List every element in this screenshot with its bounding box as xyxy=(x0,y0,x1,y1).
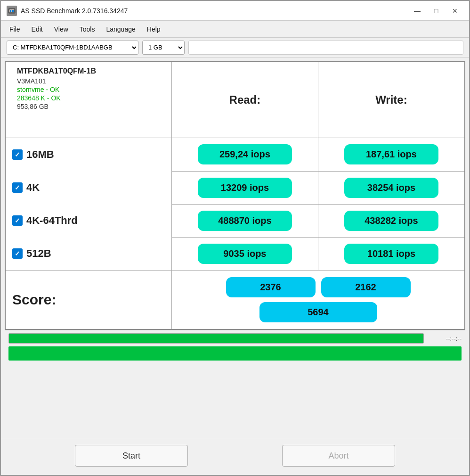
test-row-512b: 512B 9035 iops 10181 iops xyxy=(5,237,465,271)
svg-rect-2 xyxy=(10,10,11,12)
test-name-4k64: 4K-64Thrd xyxy=(26,214,78,227)
drive-size: 953,86 GB xyxy=(17,103,166,110)
test-label-4k: 4K xyxy=(6,171,171,204)
drive-select[interactable]: C: MTFDKBA1T0QFM-1BD1AABGB xyxy=(7,41,138,55)
status-bar xyxy=(8,346,462,361)
badge-write-16mb: 187,61 iops xyxy=(344,144,438,164)
menu-tools[interactable]: Tools xyxy=(75,24,100,35)
menu-file[interactable]: File xyxy=(5,24,25,35)
badge-write-512b: 10181 iops xyxy=(344,244,438,264)
test-row-4k: 4K 13209 iops 38254 iops xyxy=(5,171,465,204)
window-title: AS SSD Benchmark 2.0.7316.34247 xyxy=(21,7,409,15)
result-write-16mb: 187,61 iops xyxy=(318,138,465,172)
test-label-16mb: 16MB xyxy=(6,138,171,171)
result-read-4k: 13209 iops xyxy=(172,171,318,204)
result-write-4k: 38254 iops xyxy=(318,171,465,204)
title-bar: AS SSD Benchmark 2.0.7316.34247 — □ ✕ xyxy=(1,1,469,21)
result-read-16mb: 259,24 iops xyxy=(172,138,318,172)
checkbox-16mb[interactable] xyxy=(12,149,23,160)
abort-button[interactable]: Abort xyxy=(282,445,395,467)
header-row: MTFDKBA1T0QFM-1B V3MA101 stornvme - OK 2… xyxy=(5,62,465,138)
menu-edit[interactable]: Edit xyxy=(27,24,48,35)
badge-write-4k64: 438282 iops xyxy=(344,211,438,231)
progress-time: --:--:-- xyxy=(429,335,462,342)
score-write: 2162 xyxy=(321,277,411,297)
progress-bar-fill xyxy=(9,334,423,343)
title-controls: — □ ✕ xyxy=(409,4,463,18)
test-row-16mb: 16MB 259,24 iops 187,61 iops xyxy=(5,138,465,172)
drive-model: MTFDKBA1T0QFM-1B xyxy=(17,67,166,75)
drive-size-ok: 283648 K - OK xyxy=(17,94,166,102)
toolbar-spacer xyxy=(188,41,463,55)
result-read-512b: 9035 iops xyxy=(172,237,318,271)
badge-read-16mb: 259,24 iops xyxy=(198,144,292,164)
checkbox-4k64[interactable] xyxy=(12,215,23,226)
score-read: 2376 xyxy=(226,277,316,297)
drive-info: MTFDKBA1T0QFM-1B V3MA101 stornvme - OK 2… xyxy=(11,62,171,138)
start-button[interactable]: Start xyxy=(75,445,188,467)
app-icon xyxy=(7,6,17,16)
result-read-4k64: 488870 iops xyxy=(172,204,318,237)
progress-bar-container xyxy=(8,333,424,344)
benchmark-table: MTFDKBA1T0QFM-1B V3MA101 stornvme - OK 2… xyxy=(5,61,465,330)
menu-bar: File Edit View Tools Language Help xyxy=(1,21,469,38)
size-select[interactable]: 1 GB xyxy=(142,41,185,55)
main-window: AS SSD Benchmark 2.0.7316.34247 — □ ✕ Fi… xyxy=(0,0,470,476)
checkbox-4k[interactable] xyxy=(12,182,23,193)
drive-driver: stornvme - OK xyxy=(17,86,166,93)
close-button[interactable]: ✕ xyxy=(446,4,463,18)
test-name-4k: 4K xyxy=(26,181,40,194)
badge-read-4k: 13209 iops xyxy=(198,178,292,198)
progress-area: --:--:-- xyxy=(5,330,465,346)
test-row-4k64: 4K-64Thrd 488870 iops 438282 iops xyxy=(5,204,465,237)
write-header: Write: xyxy=(318,62,465,138)
toolbar: C: MTFDKBA1T0QFM-1BD1AABGB 1 GB xyxy=(1,38,469,57)
drive-firmware: V3MA101 xyxy=(17,77,166,85)
badge-read-4k64: 488870 iops xyxy=(198,211,292,231)
test-name-16mb: 16MB xyxy=(26,148,54,161)
checkbox-512b[interactable] xyxy=(12,248,23,259)
minimize-button[interactable]: — xyxy=(409,4,426,18)
test-label-4k64: 4K-64Thrd xyxy=(6,204,171,237)
score-label: Score: xyxy=(12,292,56,307)
read-header: Read: xyxy=(172,62,318,138)
badge-write-4k: 38254 iops xyxy=(344,178,438,198)
menu-language[interactable]: Language xyxy=(101,24,140,35)
result-write-4k64: 438282 iops xyxy=(318,204,465,237)
maximize-button[interactable]: □ xyxy=(428,4,445,18)
test-label-512b: 512B xyxy=(6,237,171,270)
menu-view[interactable]: View xyxy=(49,24,73,35)
menu-help[interactable]: Help xyxy=(142,24,165,35)
main-content: MTFDKBA1T0QFM-1B V3MA101 stornvme - OK 2… xyxy=(1,57,469,439)
bottom-bar: Start Abort xyxy=(1,439,469,475)
score-total: 5694 xyxy=(259,302,377,322)
result-write-512b: 10181 iops xyxy=(318,237,465,271)
score-row: Score: 2376 2162 5694 xyxy=(5,271,465,330)
test-name-512b: 512B xyxy=(26,247,51,260)
svg-rect-3 xyxy=(12,10,14,12)
badge-read-512b: 9035 iops xyxy=(198,244,292,264)
